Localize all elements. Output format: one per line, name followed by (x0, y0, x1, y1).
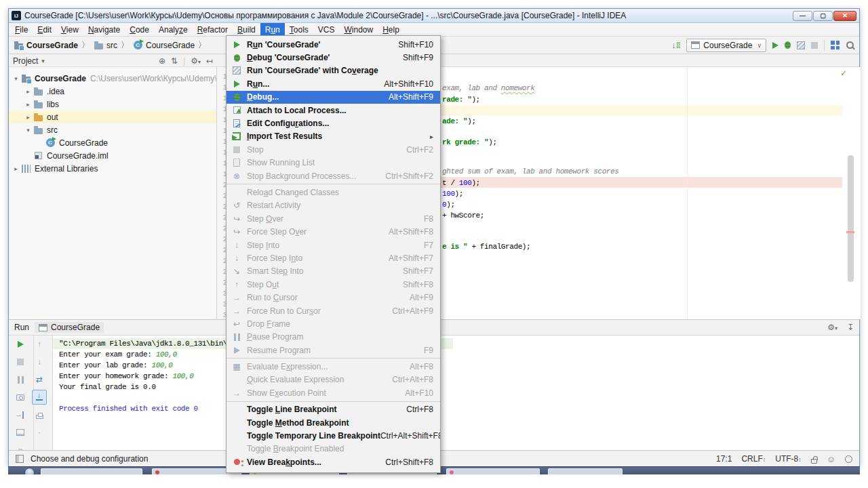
menu-item-show-running-list[interactable]: Show Running List (226, 157, 440, 169)
menu-item-force-run-to-cursor[interactable]: →Force Run to CursorCtrl+Alt+F9 (226, 304, 440, 317)
breadcrumb-item-coursegrade[interactable]: CCourseGrade (132, 40, 195, 51)
menu-item-edit-configurations[interactable]: Edit Configurations... (226, 117, 440, 129)
console-output[interactable]: "C:\Program Files\Java\jdk1.8.0_131\bin\… (53, 336, 859, 450)
menu-item-step-out[interactable]: ↑Step OutShift+F8 (226, 278, 440, 291)
hide-panel-button[interactable]: ↧ (847, 323, 854, 332)
menubar-item-help[interactable]: Help (378, 23, 404, 36)
close-button[interactable]: ✕ (833, 11, 856, 21)
tree-item-coursegrade[interactable]: CCourseGrade (9, 136, 216, 149)
menu-item-show-execution-point[interactable]: →Show Execution PointAlt+F10 (226, 386, 440, 399)
tree-item-coursegrade-iml[interactable]: CourseGrade.iml (9, 149, 216, 162)
more-icon[interactable]: » (13, 443, 28, 450)
menu-item-stop[interactable]: StopCtrl+F2 (226, 143, 440, 156)
menu-item-force-step-into[interactable]: ↓Force Step IntoAlt+Shift+F7 (226, 251, 440, 264)
hide-panel-button[interactable]: ↤ (206, 56, 213, 66)
restore-layout-button[interactable] (13, 425, 28, 440)
tree-chevron-icon[interactable]: ▸ (24, 88, 33, 95)
menu-item-evaluate-expression[interactable]: ▦Evaluate Expression...Alt+F8 (226, 360, 440, 373)
tree-item-src[interactable]: ▾src (9, 123, 216, 136)
debug-button[interactable] (785, 41, 791, 49)
panel-settings-button[interactable]: ⚙▾ (827, 323, 837, 332)
menu-item-import-test-results[interactable]: Import Test Results▸ (226, 130, 440, 143)
menubar-item-file[interactable]: File (10, 23, 33, 36)
vcs-update-icon[interactable]: ↓0101 (671, 41, 680, 49)
locate-file-button[interactable]: ⊕ (159, 56, 165, 66)
menubar-item-code[interactable]: Code (125, 23, 154, 36)
lock-icon[interactable] (811, 459, 817, 464)
scroll-to-end-button[interactable] (32, 390, 47, 405)
menu-item-run[interactable]: Run...Alt+Shift+F10 (226, 77, 440, 90)
tree-chevron-icon[interactable]: ▾ (12, 75, 20, 82)
breadcrumb-item-src[interactable]: src (93, 40, 117, 51)
hector-inspector-icon[interactable]: ☺ (827, 454, 835, 464)
menu-item-step-into[interactable]: ↓Step IntoF7 (226, 239, 440, 251)
tree-chevron-icon[interactable]: ▸ (24, 101, 33, 108)
exit-button[interactable] (13, 407, 28, 422)
minimize-button[interactable]: — (793, 11, 812, 21)
menu-item-toggle-method-breakpoint[interactable]: Toggle Method Breakpoint (226, 416, 440, 429)
menu-item-stop-background-processes[interactable]: ⊗Stop Background Processes...Ctrl+Shift+… (226, 169, 440, 182)
stop-button[interactable] (811, 42, 818, 49)
start-button[interactable] (24, 468, 35, 474)
menu-item-view-breakpoints[interactable]: View Breakpoints...Ctrl+Shift+F8 (226, 455, 440, 468)
soft-wrap-button[interactable]: ⇄ (32, 372, 47, 387)
panel-settings-button[interactable]: ⚙▾ (191, 56, 201, 66)
collapse-all-button[interactable]: ⇅ (171, 56, 178, 66)
down-stack-button[interactable]: ↓ (32, 354, 47, 369)
menubar-item-window[interactable]: Window (339, 23, 378, 36)
project-panel-header[interactable]: Project ▾ ⊕ ⇅ | ⚙▾ ↤ (9, 54, 217, 67)
menu-item-drop-frame[interactable]: ↩Drop Frame (226, 317, 440, 330)
toolwindow-switcher-icon[interactable] (16, 455, 24, 463)
menubar-item-run[interactable]: Run (260, 23, 285, 36)
menu-item-step-over[interactable]: ↪Step OverF8 (226, 212, 440, 225)
menu-item-quick-evaluate-expression[interactable]: Quick Evaluate ExpressionCtrl+Alt+F8 (226, 373, 440, 386)
menubar-item-tools[interactable]: Tools (285, 23, 313, 36)
menubar-item-analyze[interactable]: Analyze (154, 23, 193, 36)
tree-chevron-icon[interactable]: ▸ (12, 165, 20, 172)
run-configuration-select[interactable]: CourseGrade ∨ (686, 39, 766, 52)
menu-item-restart-activity[interactable]: ↺Restart Activity (226, 199, 440, 212)
tree-item-idea[interactable]: ▸.idea (9, 85, 216, 98)
notifications-icon[interactable] (845, 455, 852, 463)
encoding-select[interactable]: UTF-8↕ (775, 454, 802, 464)
menu-item-toggle-breakpoint-enabled[interactable]: Toggle Breakpoint Enabled (226, 443, 440, 455)
title-bar[interactable]: IJ CourseGrade [C:\Users\user\Work\Курсы… (9, 9, 859, 23)
menu-item-reload-changed-classes[interactable]: Reload Changed Classes (226, 186, 440, 199)
editor-scrollbar[interactable] (848, 155, 854, 282)
thread-dump-button[interactable] (13, 390, 28, 405)
project-structure-button[interactable] (831, 41, 840, 49)
caret-position[interactable]: 17:1 (716, 454, 732, 464)
stop-button[interactable] (13, 354, 28, 369)
run-with-coverage-button[interactable] (797, 41, 805, 49)
up-stack-button[interactable]: ↑ (32, 337, 47, 352)
tree-chevron-icon[interactable]: ▸ (24, 114, 33, 121)
tree-item-external-libraries[interactable]: ▸External Libraries (9, 162, 216, 175)
run-tab-coursegrade[interactable]: CourseGrade (35, 322, 104, 333)
tree-item-coursegrade[interactable]: ▾CourseGradeC:\Users\user\Work\Курсы\Ude… (9, 72, 216, 85)
menu-item-run-coursegrade-with-coverage[interactable]: Run 'CourseGrade' with Coverage (226, 64, 440, 77)
line-separator-select[interactable]: CRLF↕ (741, 454, 766, 464)
menu-item-debug-coursegrade[interactable]: Debug 'CourseGrade'Shift+F9 (226, 51, 440, 64)
menu-item-attach-to-local-process[interactable]: Attach to Local Process... (226, 104, 440, 117)
menubar-item-edit[interactable]: Edit (33, 23, 56, 36)
rerun-button[interactable] (13, 337, 28, 352)
menu-item-resume-program[interactable]: Resume ProgramF9 (226, 344, 440, 357)
tree-item-libs[interactable]: ▸libs (9, 98, 216, 110)
tree-item-out[interactable]: ▸out (9, 110, 216, 123)
menubar-item-vcs[interactable]: VCS (313, 23, 340, 36)
taskbar-app-button[interactable] (548, 468, 623, 474)
menu-item-toggle-temporary-line-breakpoint[interactable]: Toggle Temporary Line BreakpointCtrl+Alt… (226, 429, 440, 442)
error-stripe-mark[interactable] (846, 231, 854, 233)
menu-item-toggle-line-breakpoint[interactable]: Toggle Line BreakpointCtrl+F8 (226, 403, 440, 416)
menu-item-pause-program[interactable]: Pause Program (226, 331, 440, 344)
taskbar-app-button[interactable] (446, 468, 540, 474)
search-everywhere-button[interactable] (846, 41, 855, 50)
menubar-item-view[interactable]: View (56, 23, 83, 36)
menu-item-force-step-over[interactable]: ↪Force Step OverAlt+Shift+F8 (226, 225, 440, 238)
menubar-item-refactor[interactable]: Refactor (193, 23, 233, 36)
menu-item-debug[interactable]: Debug...Alt+Shift+F9 (226, 91, 440, 104)
run-button[interactable] (772, 42, 778, 49)
menubar-item-navigate[interactable]: Navigate (83, 23, 125, 36)
menu-item-run-coursegrade[interactable]: Run 'CourseGrade'Shift+F10 (226, 38, 440, 51)
pause-output-button[interactable] (13, 372, 28, 387)
